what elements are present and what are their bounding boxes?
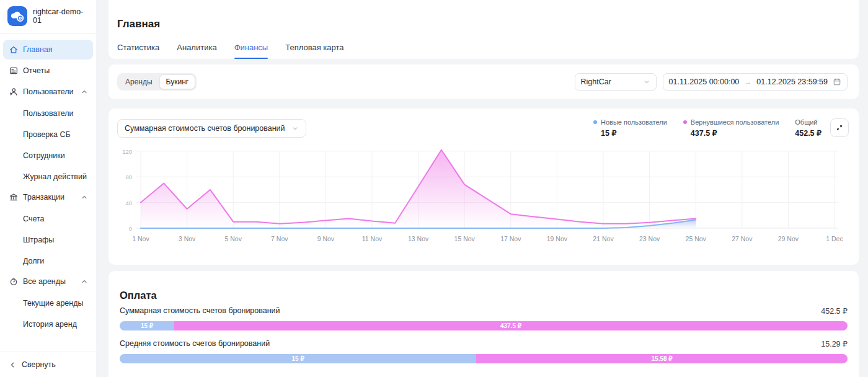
legend-value: 452.5 ₽ [795,128,822,138]
company-select-value: RightCar [581,78,611,86]
sidebar-item-users[interactable]: Пользователи [3,82,93,102]
legend-value: 15 ₽ [593,128,667,138]
sidebar-item-action-log[interactable]: Журнал действий [3,166,93,187]
sidebar-item-transactions[interactable]: Транзакции [3,187,93,207]
bank-icon [9,192,19,202]
segment-rentals[interactable]: Аренды [118,74,159,89]
page-header-card: Главная Статистика Аналитика Финансы Теп… [108,0,859,59]
x-tick-label: 25 Nov [682,235,709,242]
sidebar-item-label: Главная [23,45,53,54]
sidebar-item-rental-history[interactable]: История аренд [3,314,93,335]
sidebar-item-label: Транзакции [23,193,64,202]
sidebar-item-current-rentals[interactable]: Текущие аренды [3,293,93,314]
chevron-up-icon [81,88,88,95]
x-tick-label: 17 Nov [497,235,525,242]
chart-legend: Новые пользователи 15 ₽ Вернувшиеся поль… [593,118,822,138]
chevron-down-icon [291,125,299,132]
chevron-left-icon [9,361,17,369]
workspace-name: rightcar-demo-01 [33,7,89,25]
y-tick-label: 0 [117,225,132,232]
legend-returning-users: Вернувшиеся пользователи 437.5 ₽ [683,118,779,138]
bar-segment: 437.5 ₽ [174,321,848,330]
sidebar-item-reports[interactable]: Отчеты [3,61,93,81]
tab-analytics[interactable]: Аналитика [177,38,216,59]
metric-select-value: Суммарная стоимость счетов бронирований [125,124,285,133]
sidebar-item-staff[interactable]: Сотрудники [3,145,93,166]
payment-card: Оплата Суммарная стоимость счетов бронир… [108,271,859,377]
x-tick-label: 19 Nov [543,235,570,242]
legend-new-users: Новые пользователи 15 ₽ [593,118,667,138]
report-icon [9,66,19,76]
clock-icon [9,277,19,286]
x-tick-label: 15 Nov [451,235,478,242]
rentals-booking-segmented-control: Аренды Букинг [117,73,197,91]
sidebar-nav: Главная Отчеты Пользователи Пользователи… [0,33,96,335]
sidebar-header: rightcar-demo-01 [0,0,96,33]
y-tick-label: 120 [117,148,132,155]
sidebar: rightcar-demo-01 Главная Отчеты Поль [0,0,96,377]
metric-select[interactable]: Суммарная стоимость счетов бронирований [117,119,306,138]
legend-dot-pink [683,120,687,124]
x-tick-label: 13 Nov [405,235,432,242]
payment-row-total: 15.29 ₽ [821,339,848,348]
sidebar-item-fines[interactable]: Штрафы [3,229,93,251]
segment-booking[interactable]: Букинг [159,74,196,89]
legend-value: 437.5 ₽ [683,128,779,138]
chevron-up-icon [81,278,88,285]
x-tick-label: 7 Nov [266,235,293,242]
legend-total: Общий 452.5 ₽ [795,118,822,138]
x-tick-label: 21 Nov [590,235,617,242]
expand-icon [835,123,844,132]
finance-chart-card: Суммарная стоимость счетов бронирований … [108,109,859,265]
app-logo [7,6,27,26]
collapse-sidebar-button[interactable]: Свернуть [0,352,96,377]
x-tick-label: 27 Nov [728,235,756,242]
bar-segment: 15 ₽ [120,321,174,330]
x-tick-label: 23 Nov [636,235,663,242]
bar-segment: 15 ₽ [120,354,476,363]
home-icon [9,45,19,55]
date-range-input[interactable]: 01.11.2025 00:00:00 → 01.12.2025 23:59:5… [663,73,848,91]
sidebar-item-users-list[interactable]: Пользователи [3,103,93,124]
x-tick-label: 9 Nov [312,235,339,242]
collapse-label: Свернуть [22,360,56,369]
sidebar-item-label: Все аренды [23,277,66,286]
payment-row-label: Суммарная стоимость счетов бронирований [120,306,280,315]
sidebar-item-debts[interactable]: Долги [3,251,93,272]
sidebar-item-label: Отчеты [23,66,50,75]
date-from-value: 01.11.2025 00:00:00 [669,78,740,86]
tab-statistics[interactable]: Статистика [117,38,159,59]
sidebar-item-security-check[interactable]: Проверка СБ [3,124,93,145]
user-icon [9,87,19,97]
chevron-up-icon [81,193,88,201]
tab-finances[interactable]: Финансы [234,38,268,59]
payment-title: Оплата [120,290,157,301]
sidebar-item-all-rentals[interactable]: Все аренды [3,272,93,291]
finance-chart-svg [136,148,843,231]
sidebar-item-label: Пользователи [23,87,74,96]
date-to-value: 01.12.2025 23:59:59 [756,78,828,86]
page-title: Главная [117,18,160,30]
app-root: rightcar-demo-01 Главная Отчеты Поль [0,0,868,377]
payment-progress-bar: 15 ₽437.5 ₽ [120,321,848,330]
finance-chart: 04080120 1 Nov3 Nov5 Nov7 Nov9 Nov11 Nov… [117,148,849,254]
arrow-right-icon: → [744,78,751,86]
sidebar-item-home[interactable]: Главная [3,40,93,60]
company-select[interactable]: RightCar [575,73,657,91]
y-tick-label: 80 [117,174,132,180]
x-tick-label: 11 Nov [358,235,386,242]
x-tick-label: 29 Nov [774,235,802,242]
chevron-down-icon [643,78,650,86]
legend-dot-blue [593,120,597,124]
payment-row-label: Средняя стоимость счетов бронирований [120,339,270,348]
tab-heatmap[interactable]: Тепловая карта [285,38,343,59]
sidebar-footer: Свернуть [0,352,96,377]
sidebar-item-invoices[interactable]: Счета [3,208,93,229]
payment-row-total: 452.5 ₽ [821,306,848,316]
bar-segment: 15.58 ₽ [476,354,848,363]
y-tick-label: 40 [117,200,132,206]
x-tick-label: 5 Nov [219,235,247,242]
tab-bar: Статистика Аналитика Финансы Тепловая ка… [117,38,344,59]
expand-chart-button[interactable] [830,118,849,137]
x-tick-label: 3 Nov [174,235,201,242]
